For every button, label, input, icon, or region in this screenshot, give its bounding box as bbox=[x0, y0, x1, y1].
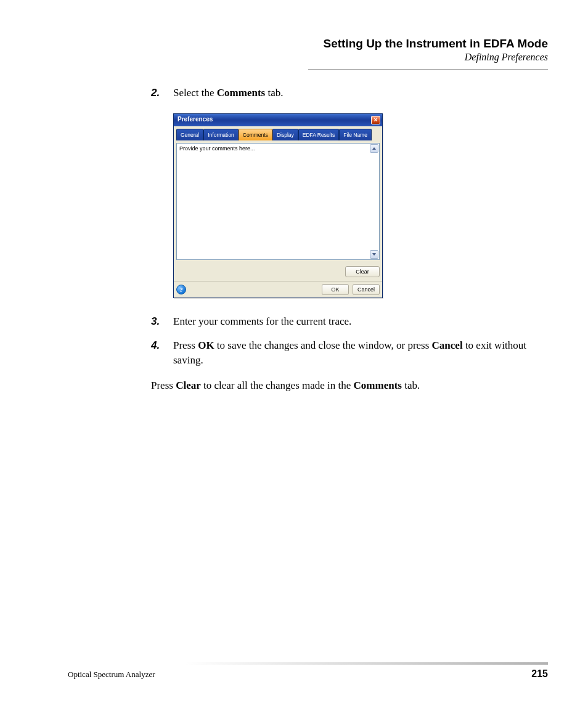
ok-cancel-group: OK Cancel bbox=[322, 284, 380, 295]
dialog-titlebar[interactable]: Preferences × bbox=[174, 114, 382, 126]
bold-text: Comments bbox=[354, 379, 402, 391]
textarea-text: Provide your comments here... bbox=[179, 145, 255, 152]
tab-comments[interactable]: Comments bbox=[239, 129, 272, 140]
tab-content: Provide your comments here... bbox=[174, 140, 382, 262]
text: Select the bbox=[173, 87, 217, 99]
dialog-bottom-bar: ? OK Cancel bbox=[174, 281, 382, 298]
clear-button[interactable]: Clear bbox=[345, 266, 380, 277]
bold-text: Clear bbox=[176, 379, 201, 391]
scroll-down-icon[interactable] bbox=[370, 250, 378, 259]
text: tab. bbox=[265, 87, 283, 99]
page-footer: Optical Spectrum Analyzer 215 bbox=[68, 668, 548, 680]
dialog-title: Preferences bbox=[178, 115, 213, 124]
help-icon[interactable]: ? bbox=[176, 285, 186, 294]
section-subtitle: Defining Preferences bbox=[308, 52, 548, 63]
page-number: 215 bbox=[531, 668, 548, 680]
text: Press bbox=[151, 379, 176, 391]
step-body: Enter your comments for the current trac… bbox=[173, 314, 548, 330]
comments-textarea[interactable]: Provide your comments here... bbox=[176, 143, 380, 260]
text: to save the changes and close the window… bbox=[214, 339, 432, 351]
steps-list: 2. Select the Comments tab. Preferences … bbox=[151, 86, 548, 368]
step-4: 4. Press OK to save the changes and clos… bbox=[151, 338, 548, 368]
text: Press bbox=[173, 339, 198, 351]
footer-left: Optical Spectrum Analyzer bbox=[68, 670, 155, 680]
tab-file-name[interactable]: File Name bbox=[339, 129, 372, 140]
ok-button[interactable]: OK bbox=[322, 284, 349, 295]
clear-row: Clear bbox=[174, 262, 382, 281]
screenshot-figure: Preferences × General Information Commen… bbox=[173, 113, 548, 298]
step-3: 3. Enter your comments for the current t… bbox=[151, 314, 548, 330]
tab-general[interactable]: General bbox=[176, 129, 203, 140]
preferences-dialog: Preferences × General Information Commen… bbox=[173, 113, 383, 298]
paragraph: Press Clear to clear all the changes mad… bbox=[151, 378, 548, 394]
tab-edfa-results[interactable]: EDFA Results bbox=[298, 129, 339, 140]
header-divider bbox=[308, 69, 548, 70]
step-number: 3. bbox=[151, 314, 173, 330]
tab-information[interactable]: Information bbox=[203, 129, 239, 140]
footer-rule bbox=[185, 662, 548, 665]
text: tab. bbox=[402, 379, 420, 391]
step-body: Press OK to save the changes and close t… bbox=[173, 338, 548, 368]
step-body: Select the Comments tab. bbox=[173, 86, 548, 101]
text: to clear all the changes made in the bbox=[201, 379, 354, 391]
scroll-up-icon[interactable] bbox=[370, 144, 378, 153]
step-number: 4. bbox=[151, 338, 173, 368]
bold-text: OK bbox=[198, 339, 214, 351]
bold-text: Cancel bbox=[432, 339, 463, 351]
document-page: Setting Up the Instrument in EDFA Mode D… bbox=[0, 0, 588, 714]
page-header: Setting Up the Instrument in EDFA Mode D… bbox=[308, 37, 548, 63]
bold-text: Comments bbox=[217, 87, 265, 99]
close-icon[interactable]: × bbox=[371, 116, 380, 124]
tabs-row: General Information Comments Display EDF… bbox=[174, 126, 382, 140]
chapter-title: Setting Up the Instrument in EDFA Mode bbox=[308, 37, 548, 51]
cancel-button[interactable]: Cancel bbox=[353, 284, 380, 295]
step-number: 2. bbox=[151, 86, 173, 101]
tab-display[interactable]: Display bbox=[272, 129, 298, 140]
step-2: 2. Select the Comments tab. bbox=[151, 86, 548, 101]
